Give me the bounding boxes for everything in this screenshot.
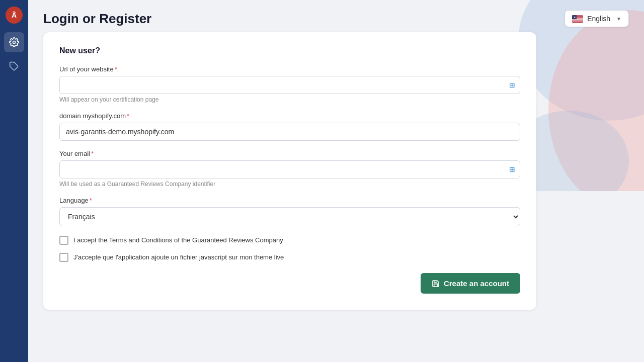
tag-icon: [9, 61, 19, 71]
language-label: English: [587, 15, 610, 23]
terms-checkbox[interactable]: [59, 236, 68, 245]
sidebar-logo: A G: [5, 6, 23, 24]
domain-label: domain myshopify.com*: [59, 112, 520, 120]
email-input[interactable]: [59, 160, 520, 178]
language-group: Language* Français English Español Deuts…: [59, 197, 520, 226]
form-card: New user? Url of your website* ⊞ Will ap…: [43, 32, 536, 310]
flag-us-icon: ★: [572, 15, 583, 23]
svg-rect-17: [572, 20, 583, 21]
email-field-icon: ⊞: [509, 165, 515, 173]
language-selector[interactable]: ★ English ▼: [565, 10, 629, 27]
svg-rect-20: [572, 22, 583, 22]
terms-label[interactable]: I accept the Terms and Conditions of the…: [73, 235, 283, 245]
website-url-group: Url of your website* ⊞ Will appear on yo…: [59, 65, 520, 103]
domain-input[interactable]: [59, 123, 520, 141]
required-indicator: *: [115, 65, 117, 73]
svg-rect-19: [572, 21, 583, 22]
header: Login or Register: [28, 0, 644, 32]
email-hint: Will be used as a Guaranteed Reviews Com…: [59, 180, 520, 188]
javascript-checkbox[interactable]: [59, 253, 68, 262]
create-account-button[interactable]: Create an account: [421, 273, 520, 294]
main-content: Login or Register: [28, 0, 644, 362]
chevron-down-icon: ▼: [616, 16, 621, 22]
form-actions: Create an account: [59, 273, 520, 294]
save-icon: [432, 280, 440, 288]
email-group: Your email* ⊞ Will be used as a Guarante…: [59, 150, 520, 188]
required-indicator: *: [91, 150, 94, 157]
javascript-checkbox-group: J'accepte que l'application ajoute un fi…: [59, 252, 520, 262]
gear-icon: [9, 37, 19, 47]
sidebar-item-settings[interactable]: [4, 32, 24, 52]
website-url-input[interactable]: [59, 76, 520, 94]
required-indicator: *: [90, 197, 92, 204]
content-area: New user? Url of your website* ⊞ Will ap…: [28, 32, 644, 362]
website-url-input-wrapper: ⊞: [59, 76, 520, 94]
svg-rect-16: [572, 20, 583, 20]
email-label: Your email*: [59, 150, 520, 157]
svg-text:G: G: [13, 10, 16, 15]
svg-rect-18: [572, 21, 583, 21]
new-user-label: New user?: [59, 46, 520, 55]
page-title: Login or Register: [43, 11, 151, 27]
javascript-label[interactable]: J'accepte que l'application ajoute un fi…: [73, 252, 284, 262]
domain-group: domain myshopify.com*: [59, 112, 520, 141]
sidebar-item-tag[interactable]: [4, 56, 24, 76]
required-indicator: *: [127, 112, 129, 120]
sidebar: A G: [0, 0, 28, 362]
email-input-wrapper: ⊞: [59, 160, 520, 178]
svg-point-3: [13, 41, 16, 44]
language-select[interactable]: Français English Español Deutsch: [59, 207, 520, 226]
language-select-label: Language*: [59, 197, 520, 204]
website-url-hint: Will appear on your certification page: [59, 96, 520, 103]
svg-rect-15: [572, 19, 583, 20]
url-field-icon: ⊞: [509, 81, 515, 89]
terms-checkbox-group: I accept the Terms and Conditions of the…: [59, 235, 520, 245]
website-url-label: Url of your website*: [59, 65, 520, 73]
